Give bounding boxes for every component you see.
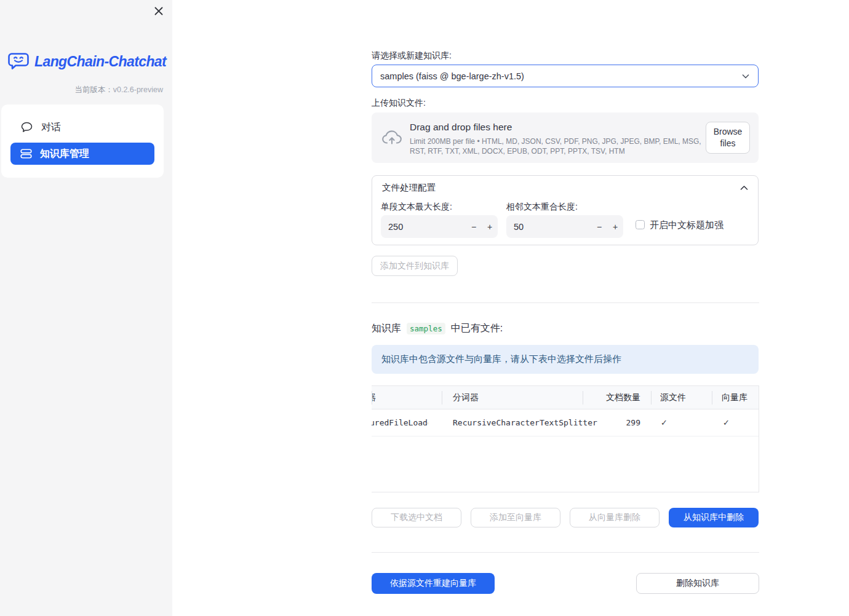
chunk-size-label: 单段文本最大长度:	[381, 202, 452, 213]
kb-select-label: 请选择或新建知识库:	[372, 50, 452, 61]
overlap-input[interactable]: 50 − +	[506, 215, 623, 238]
sidebar-item-label: 对话	[41, 121, 61, 134]
cell-loader: uredFileLoader	[372, 409, 428, 436]
cell-vector-check: ✓	[723, 409, 730, 436]
chunk-size-minus-button[interactable]: −	[466, 215, 482, 238]
chevron-down-icon	[741, 71, 751, 81]
chat-icon	[20, 121, 33, 133]
file-config-expander: 文件处理配置 单段文本最大长度: 250 − + 相邻文本重合长度: 50 − …	[372, 175, 759, 245]
close-sidebar-button[interactable]	[150, 2, 167, 20]
table-header-source: 源文件	[660, 386, 686, 409]
delete-from-kb-button[interactable]: 从知识库中删除	[669, 508, 759, 527]
chat-bubble-logo-icon	[7, 52, 30, 71]
chunk-size-plus-button[interactable]: +	[482, 215, 498, 238]
info-banner-text: 知识库中包含源文件与向量库，请从下表中选择文件后操作	[381, 353, 621, 365]
add-to-vector-button[interactable]: 添加至向量库	[471, 508, 560, 527]
stack-icon	[20, 148, 32, 159]
kb-selectbox-value: samples (faiss @ bge-large-zh-v1.5)	[372, 71, 741, 81]
zh-title-checkbox-label: 开启中文标题加强	[650, 219, 723, 231]
divider	[372, 552, 759, 553]
info-banner: 知识库中包含源文件与向量库，请从下表中选择文件后操作	[372, 345, 759, 374]
add-files-button[interactable]: 添加文件到知识库	[372, 256, 458, 276]
rebuild-vector-button[interactable]: 依据源文件重建向量库	[372, 573, 495, 594]
nav-card: 对话 知识库管理	[1, 105, 164, 178]
cell-splitter: RecursiveCharacterTextSplitter	[453, 409, 597, 436]
divider	[372, 302, 759, 303]
table-header-splitter: 分词器	[453, 386, 479, 409]
kb-files-prefix: 知识库	[372, 322, 401, 335]
upload-cloud-icon	[381, 128, 402, 146]
table-header-clipped: 器	[372, 386, 380, 409]
overlap-plus-button[interactable]: +	[607, 215, 623, 238]
overlap-minus-button[interactable]: −	[591, 215, 607, 238]
expander-header[interactable]: 文件处理配置	[372, 176, 758, 199]
delete-kb-button[interactable]: 删除知识库	[636, 573, 759, 594]
kb-files-heading: 知识库 samples 中已有文件:	[372, 322, 503, 335]
kb-name-code: samples	[407, 323, 445, 334]
upload-label: 上传知识文件:	[372, 98, 426, 109]
drag-drop-text: Drag and drop files here	[410, 122, 512, 133]
browse-files-button[interactable]: Browse files	[706, 122, 750, 154]
table-header-doc-count: 文档数量	[606, 386, 640, 409]
delete-from-vector-button[interactable]: 从向量库删除	[570, 508, 660, 527]
files-table[interactable]: 器 分词器 文档数量 源文件 向量库 uredFileLoader Recurs…	[372, 385, 759, 492]
overlap-label: 相邻文本重合长度:	[506, 202, 578, 213]
sidebar: LangChain-Chatchat 当前版本：v0.2.6-preview 对…	[0, 0, 172, 616]
kb-selectbox[interactable]: samples (faiss @ bge-large-zh-v1.5)	[372, 65, 759, 87]
file-limit-text: Limit 200MB per file • HTML, MD, JSON, C…	[410, 136, 704, 156]
overlap-value: 50	[506, 222, 591, 232]
table-header-row: 器 分词器 文档数量 源文件 向量库	[372, 385, 759, 409]
zh-title-checkbox[interactable]	[636, 220, 645, 229]
version-label: 当前版本：v0.2.6-preview	[0, 85, 163, 95]
logo-text: LangChain-Chatchat	[34, 53, 166, 70]
cell-doc-count: 299	[626, 409, 640, 436]
sidebar-item-label: 知识库管理	[40, 148, 89, 160]
table-header-vector: 向量库	[722, 386, 747, 409]
cell-source-check: ✓	[661, 409, 668, 436]
app-window: LangChain-Chatchat 当前版本：v0.2.6-preview 对…	[0, 0, 849, 616]
app-logo: LangChain-Chatchat	[7, 52, 166, 71]
file-uploader-dropzone[interactable]: Drag and drop files here Limit 200MB per…	[372, 113, 759, 163]
sidebar-item-kb-management[interactable]: 知识库管理	[10, 143, 154, 165]
download-selected-button[interactable]: 下载选中文档	[372, 508, 461, 527]
table-row[interactable]: uredFileLoader RecursiveCharacterTextSpl…	[372, 409, 759, 436]
chunk-size-value: 250	[381, 222, 466, 232]
chevron-up-icon	[740, 185, 748, 191]
close-icon	[154, 7, 163, 15]
kb-files-suffix: 中已有文件:	[451, 322, 503, 335]
chunk-size-input[interactable]: 250 − +	[381, 215, 498, 238]
sidebar-item-chat[interactable]: 对话	[20, 118, 61, 136]
expander-title: 文件处理配置	[382, 182, 740, 194]
